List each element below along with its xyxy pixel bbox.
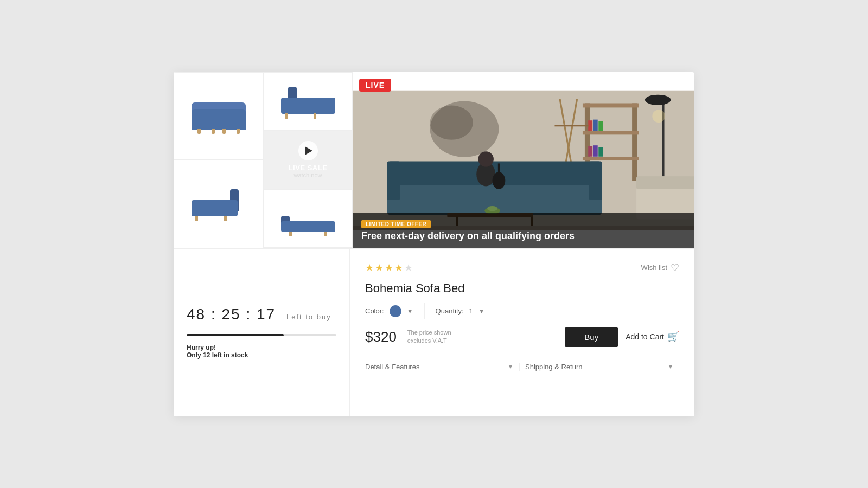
- star-2: ★: [375, 262, 384, 274]
- star-3: ★: [385, 262, 393, 274]
- detail-features-chevron: ▼: [507, 363, 514, 370]
- top-section: LIVE SALE watch now: [174, 72, 694, 248]
- thumbnails-column-2: LIVE SALE watch now: [263, 72, 353, 248]
- play-button[interactable]: [298, 141, 318, 160]
- add-to-cart-button[interactable]: Add to Cart 🛒: [626, 331, 679, 343]
- rating-stars: ★ ★ ★ ★ ★: [365, 262, 413, 274]
- sofa-thumbnail-img-5: [278, 200, 338, 237]
- live-sale-title: LIVE SALE: [289, 164, 328, 172]
- sofa-thumbnail-img-1: [189, 97, 248, 135]
- promo-text: Free next-day delivery on all qualifying…: [361, 230, 686, 242]
- svg-rect-34: [636, 176, 694, 189]
- svg-point-28: [487, 206, 497, 211]
- thumbnail-3[interactable]: [263, 72, 353, 131]
- sofa-thumbnail-img-3: [278, 82, 338, 120]
- svg-rect-13: [598, 147, 603, 156]
- buy-button[interactable]: Buy: [565, 327, 618, 347]
- left-panel: 48 : 25 : 17 Left to buy Hurry up! Only …: [174, 249, 350, 416]
- quantity-label: Quantity:: [436, 307, 464, 315]
- svg-rect-19: [554, 125, 589, 126]
- thumbnail-2[interactable]: [174, 160, 263, 248]
- shipping-return-accordion[interactable]: Shipping & Return ▼: [519, 363, 679, 371]
- action-buttons: Buy Add to Cart 🛒: [565, 327, 679, 347]
- live-sale-subtitle: watch now: [289, 172, 328, 178]
- star-1: ★: [365, 262, 374, 274]
- cart-icon: 🛒: [667, 331, 679, 343]
- stars-row: ★ ★ ★ ★ ★ Wish list ♡: [365, 262, 679, 274]
- star-4: ★: [394, 262, 403, 274]
- quantity-value: 1: [469, 307, 473, 315]
- countdown-label: Left to buy: [286, 313, 331, 321]
- hurry-text: Hurry up! Only 12 left in stock: [187, 344, 336, 359]
- thumbnails-column: [174, 72, 263, 248]
- separator: [424, 303, 425, 319]
- heart-icon: ♡: [671, 262, 679, 274]
- accordion-row: Detail & Features ▼ Shipping & Return ▼: [365, 355, 679, 371]
- svg-rect-5: [583, 103, 639, 107]
- svg-point-16: [652, 110, 665, 123]
- svg-rect-4: [632, 103, 637, 181]
- svg-rect-22: [387, 161, 400, 200]
- shipping-return-label: Shipping & Return: [525, 363, 583, 371]
- color-option-group: Color: ▼: [365, 305, 413, 317]
- svg-rect-32: [498, 163, 500, 185]
- svg-rect-9: [593, 119, 598, 131]
- live-sale-label: LIVE SALE watch now: [289, 164, 328, 178]
- color-label: Color:: [365, 307, 384, 315]
- svg-point-15: [645, 94, 671, 105]
- sofa-thumbnail-img-2: [189, 185, 248, 223]
- stock-bar-container: [187, 334, 336, 336]
- bottom-section: 48 : 25 : 17 Left to buy Hurry up! Only …: [174, 248, 694, 416]
- svg-point-2: [430, 105, 473, 139]
- detail-features-accordion[interactable]: Detail & Features ▼: [365, 363, 519, 371]
- thumbnail-live-sale[interactable]: LIVE SALE watch now: [263, 131, 353, 189]
- countdown-hours: 48: [187, 306, 206, 323]
- svg-rect-12: [593, 145, 598, 157]
- right-panel: ★ ★ ★ ★ ★ Wish list ♡ Bohemia Sofa Bed: [350, 249, 694, 416]
- countdown-seconds: 17: [257, 306, 276, 323]
- price-row: $320 The price shown excludes V.A.T Buy …: [365, 327, 679, 347]
- countdown-display: 48 : 25 : 17 Left to buy: [187, 306, 336, 323]
- main-card: LIVE SALE watch now: [174, 72, 694, 416]
- product-title: Bohemia Sofa Bed: [365, 281, 679, 296]
- quantity-dropdown-arrow[interactable]: ▼: [478, 307, 485, 315]
- svg-point-30: [478, 151, 494, 167]
- color-dropdown-arrow[interactable]: ▼: [407, 307, 413, 315]
- svg-rect-7: [583, 157, 639, 160]
- thumbnail-5[interactable]: [263, 189, 353, 248]
- options-row: Color: ▼ Quantity: 1 ▼: [365, 303, 679, 319]
- promo-tag: LIMITED TIME OFFER: [361, 220, 431, 228]
- thumbnail-1[interactable]: [174, 72, 263, 160]
- play-icon: [305, 146, 312, 155]
- svg-rect-23: [589, 161, 602, 200]
- add-to-cart-label: Add to Cart: [626, 332, 664, 341]
- svg-rect-6: [583, 131, 639, 134]
- quantity-option-group: Quantity: 1 ▼: [436, 307, 485, 315]
- star-5: ★: [404, 262, 413, 274]
- live-video-panel: LIVE LIMITED TIME OFFER Free next-day de…: [353, 72, 694, 248]
- svg-rect-14: [662, 99, 665, 176]
- svg-rect-11: [588, 146, 592, 156]
- product-price: $320: [365, 329, 397, 345]
- price-note: The price shown excludes V.A.T: [407, 329, 462, 345]
- svg-rect-10: [598, 121, 603, 130]
- countdown-minutes: 25: [222, 306, 241, 323]
- promo-banner: LIMITED TIME OFFER Free next-day deliver…: [353, 213, 694, 248]
- shipping-return-chevron: ▼: [667, 363, 674, 370]
- wishlist-button[interactable]: Wish list ♡: [641, 262, 679, 274]
- page: LIVE SALE watch now: [0, 0, 868, 488]
- stock-bar-fill: [187, 334, 284, 336]
- wishlist-label: Wish list: [641, 264, 667, 272]
- color-swatch[interactable]: [390, 305, 401, 317]
- detail-features-label: Detail & Features: [365, 363, 419, 371]
- live-badge: LIVE: [359, 79, 391, 92]
